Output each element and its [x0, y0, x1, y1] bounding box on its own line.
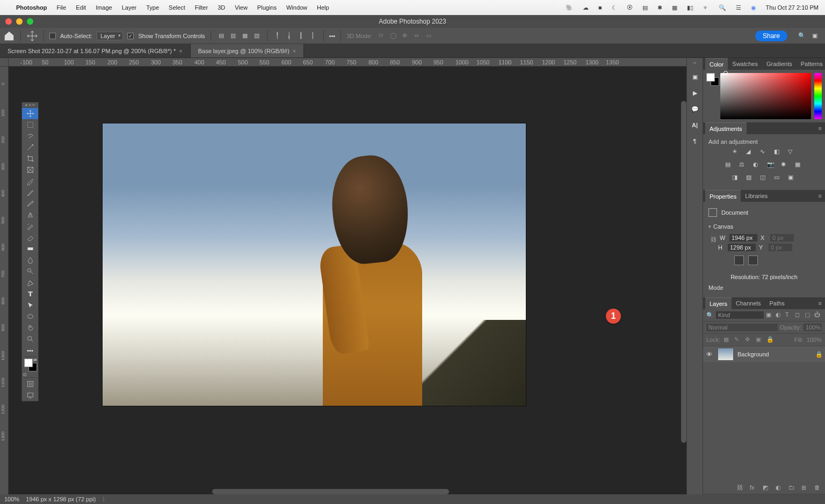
blur-tool[interactable]	[22, 254, 38, 266]
document-info[interactable]: 1946 px x 1298 px (72 ppi)	[26, 496, 96, 502]
zoom-tool[interactable]	[22, 333, 38, 345]
layer-name[interactable]: Background	[737, 351, 811, 357]
new-layer-icon[interactable]: ⊞	[801, 484, 809, 492]
menu-plugins[interactable]: Plugins	[257, 4, 277, 11]
brightness-contrast-icon[interactable]: ☀	[732, 148, 741, 157]
type-tool[interactable]	[22, 288, 38, 300]
tab-properties[interactable]: Properties	[705, 190, 741, 202]
auto-select-target-dropdown[interactable]: Layer	[97, 32, 124, 40]
menu-filter[interactable]: Filter	[195, 4, 208, 11]
opacity-field[interactable]: 100%	[804, 324, 822, 331]
height-field[interactable]: 1298 px	[728, 244, 756, 251]
search-icon[interactable]: 🔍	[719, 4, 726, 11]
lock-transparency-icon[interactable]: ▦	[723, 336, 731, 344]
lasso-tool[interactable]	[22, 130, 38, 142]
lock-all-icon[interactable]: 🔒	[766, 336, 774, 344]
tab-libraries[interactable]: Libraries	[741, 190, 772, 202]
curves-icon[interactable]: ∿	[760, 148, 769, 157]
layer-lock-icon[interactable]: 🔒	[815, 351, 822, 358]
menu-type[interactable]: Type	[146, 4, 159, 11]
lock-position-icon[interactable]: ✥	[745, 336, 752, 344]
path-selection-tool[interactable]	[22, 300, 38, 311]
move-tool[interactable]	[22, 108, 38, 119]
canvas-viewport[interactable]	[9, 67, 686, 494]
bw-icon[interactable]: ◐	[753, 161, 762, 170]
bluetooth-icon[interactable]: ✱	[657, 4, 662, 11]
panel-menu-icon[interactable]: ≡	[815, 125, 825, 132]
threshold-icon[interactable]: ◫	[760, 174, 769, 182]
hue-sat-icon[interactable]: ▤	[725, 161, 734, 170]
facetime-icon[interactable]: ■	[598, 4, 602, 11]
tab-swatches[interactable]: Swatches	[728, 58, 762, 70]
foreground-color-swatch[interactable]	[24, 359, 33, 367]
menu-file[interactable]: File	[56, 4, 66, 11]
layer-visibility-icon[interactable]: 👁	[706, 351, 714, 357]
menu-image[interactable]: Image	[96, 4, 112, 11]
menubar-app-name[interactable]: Photoshop	[16, 4, 47, 11]
channel-mixer-icon[interactable]: ✺	[781, 161, 790, 170]
posterize-icon[interactable]: ▨	[746, 174, 755, 182]
canvas-section-toggle[interactable]: ▾ Canvas	[708, 222, 820, 231]
close-tab-icon[interactable]: ×	[179, 48, 182, 54]
document-canvas[interactable]	[103, 123, 526, 406]
tab-color[interactable]: Color	[705, 58, 728, 70]
hue-slider[interactable]	[814, 73, 822, 119]
magic-wand-tool[interactable]	[22, 142, 38, 153]
align-right-icon[interactable]: ▦	[240, 31, 250, 41]
menu-help[interactable]: Help	[317, 4, 329, 11]
distribute-more-icon[interactable]: ┋	[308, 31, 318, 41]
rectangular-marquee-tool[interactable]	[22, 119, 38, 130]
document-tab[interactable]: Screen Shot 2022-10-27 at 1.56.07 PM.png…	[0, 44, 191, 57]
show-transform-checkbox[interactable]	[127, 33, 134, 39]
elephant-icon[interactable]: 🐘	[566, 4, 573, 11]
workspace-switcher-icon[interactable]: ▣	[812, 32, 817, 39]
exposure-icon[interactable]: ◧	[774, 148, 783, 157]
color-balance-icon[interactable]: ⚖	[739, 161, 748, 170]
menu-view[interactable]: View	[235, 4, 248, 11]
blocker-icon[interactable]: ⦿	[627, 4, 633, 11]
gradient-tool[interactable]	[22, 243, 38, 254]
link-wh-icon[interactable]: ⛓	[711, 236, 717, 243]
clone-stamp-tool[interactable]	[22, 209, 38, 221]
menu-3d[interactable]: 3D	[218, 4, 225, 11]
eyedropper-tool[interactable]	[22, 176, 38, 187]
paragraph-panel-icon[interactable]: ¶	[690, 136, 700, 146]
cloud-icon[interactable]: ☁︎	[583, 4, 589, 11]
panel-menu-icon[interactable]: ≡	[815, 193, 825, 199]
home-button[interactable]	[3, 30, 15, 42]
vertical-ruler[interactable]: 0100200300400500600700800900100011001200…	[0, 67, 9, 494]
pen-tool[interactable]	[22, 277, 38, 288]
share-button[interactable]: Share	[755, 31, 787, 41]
shape-tool[interactable]	[22, 311, 38, 322]
selective-color-icon[interactable]: ▣	[788, 174, 797, 182]
photo-filter-icon[interactable]: 📷	[767, 161, 776, 170]
menu-edit[interactable]: Edit	[76, 4, 86, 11]
ruler-origin[interactable]	[0, 58, 9, 67]
color-lookup-icon[interactable]: ▦	[795, 161, 804, 170]
filter-adjust-icon[interactable]: ◐	[776, 311, 783, 319]
link-layers-icon[interactable]: ⛓	[737, 484, 744, 492]
panel-fg-bg-swatches[interactable]	[706, 73, 717, 119]
filter-pixel-icon[interactable]: ▣	[766, 311, 773, 319]
distribute-bottom-icon[interactable]: ┃	[296, 31, 306, 41]
expand-dock-icon[interactable]: ‹‹	[693, 60, 697, 65]
comments-panel-icon[interactable]: 💬	[690, 104, 700, 114]
fill-field[interactable]: 100%	[807, 337, 822, 343]
filter-toggle-icon[interactable]: ⏻	[814, 311, 822, 319]
history-brush-tool[interactable]	[22, 221, 38, 232]
width-field[interactable]: 1946 px	[729, 234, 757, 242]
window-zoom-button[interactable]	[27, 18, 33, 25]
color-field-picker[interactable]	[720, 73, 811, 119]
battery-icon[interactable]: ▮▯	[687, 4, 693, 11]
wifi-icon[interactable]: ᯤ	[703, 4, 709, 11]
vertical-scrollbar[interactable]	[681, 101, 686, 443]
frame-tool[interactable]	[22, 164, 38, 176]
status-bar-menu-icon[interactable]: 〉	[102, 495, 108, 503]
character-panel-icon[interactable]: A|	[690, 120, 700, 130]
filter-shape-icon[interactable]: ◻	[795, 311, 802, 319]
default-colors-icon[interactable]: ◱	[23, 372, 27, 377]
tab-channels[interactable]: Channels	[732, 297, 765, 309]
filter-smart-icon[interactable]: ▢	[805, 311, 812, 319]
layer-row[interactable]: 👁 Background 🔒	[703, 346, 825, 362]
dodge-tool[interactable]	[22, 266, 38, 277]
